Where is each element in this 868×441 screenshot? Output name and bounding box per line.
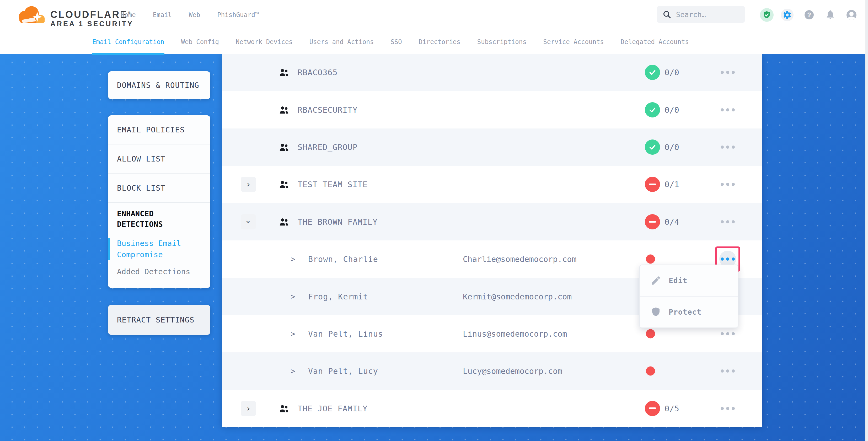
protection-count: 0/0: [664, 105, 679, 115]
tab-sso[interactable]: SSO: [391, 30, 402, 54]
search-input[interactable]: [676, 10, 740, 19]
context-menu-item-edit[interactable]: Edit: [640, 265, 738, 296]
expand-button[interactable]: ›: [241, 177, 256, 192]
row-name[interactable]: THE JOE FAMILY: [298, 404, 368, 413]
alert-dot: [646, 329, 655, 338]
row-email: Kermit@somedemocorp.com: [463, 292, 572, 301]
row-menu-button[interactable]: [719, 176, 736, 193]
row-menu-button[interactable]: [719, 139, 736, 155]
tab-users-and-actions[interactable]: Users and Actions: [309, 30, 374, 54]
group-icon: [278, 179, 289, 190]
protection-status-badge: [645, 177, 660, 192]
top-nav-item[interactable]: Home: [121, 11, 136, 19]
row-name[interactable]: RBACO365: [298, 68, 338, 77]
table-row: > Van Pelt, Lucy Lucy@somedemocorp.com: [222, 352, 762, 389]
expand-button[interactable]: ›: [241, 401, 256, 416]
member-chevron-icon: >: [291, 367, 295, 375]
row-name[interactable]: Van Pelt, Lucy: [308, 367, 378, 376]
expand-button[interactable]: ›: [241, 214, 256, 229]
row-name[interactable]: THE BROWN FAMILY: [298, 217, 378, 226]
sidebar-section-title: ENHANCED DETECTIONS: [117, 209, 202, 229]
sidebar-item-allow-list[interactable]: ALLOW LIST: [108, 145, 210, 174]
protection-status-badge: [645, 102, 660, 118]
top-nav-item[interactable]: Web: [189, 11, 200, 19]
cloudflare-cloud-icon: [15, 4, 47, 26]
tab-delegated-accounts[interactable]: Delegated Accounts: [621, 30, 689, 54]
tab-subscriptions[interactable]: Subscriptions: [477, 30, 527, 54]
row-context-menu: Edit Protect: [639, 264, 739, 328]
table-row: › TEST TEAM SITE 0/1: [222, 166, 762, 203]
protection-count: 0/5: [664, 404, 679, 413]
row-email: Linus@somedemocorp.com: [463, 329, 567, 338]
row-menu-button[interactable]: [719, 101, 736, 118]
group-icon: [278, 141, 289, 153]
row-name[interactable]: SHARED_GROUP: [298, 143, 358, 152]
sidebar-item-label: RETRACT SETTINGS: [117, 315, 194, 324]
row-email: Charlie@somedemocorp.com: [463, 255, 577, 264]
protection-count: 0/1: [664, 180, 679, 189]
tab-email-configuration[interactable]: Email Configuration: [92, 30, 164, 54]
top-nav-item[interactable]: Email: [153, 11, 172, 19]
pencil-icon: [650, 275, 661, 286]
sidebar-item-label: BLOCK LIST: [117, 184, 165, 192]
sidebar-item-domains-routing[interactable]: DOMAINS & ROUTING: [108, 71, 210, 99]
help-icon: ?: [805, 10, 814, 20]
group-icon: [278, 67, 289, 78]
row-name[interactable]: Frog, Kermit: [308, 292, 368, 301]
sidebar-item-business-email-compromise[interactable]: Business Email Compromise: [108, 238, 196, 260]
shield-status-icon: [760, 8, 774, 22]
row-menu-button[interactable]: [719, 213, 736, 230]
context-menu-item-protect[interactable]: Protect: [640, 296, 738, 327]
shield-status-button[interactable]: [760, 0, 774, 30]
settings-gear-icon: [781, 9, 794, 21]
row-name[interactable]: Van Pelt, Linus: [308, 329, 383, 338]
section-tab-bar: Email ConfigurationWeb ConfigNetwork Dev…: [0, 30, 868, 54]
protection-status-badge: [645, 214, 660, 229]
table-row: RBACSECURITY 0/0: [222, 91, 762, 128]
protection-status-badge: [645, 139, 660, 155]
protection-count: 0/0: [664, 143, 679, 152]
row-menu-button[interactable]: [719, 64, 736, 81]
row-name[interactable]: RBACSECURITY: [298, 105, 358, 114]
table-row: › THE JOE FAMILY 0/5: [222, 390, 762, 427]
help-button[interactable]: ?: [805, 0, 814, 30]
member-chevron-icon: >: [291, 329, 295, 338]
search-icon: [662, 10, 671, 19]
account-button[interactable]: [846, 0, 857, 30]
context-menu-label: Protect: [669, 308, 702, 316]
sidebar-item-email-policies[interactable]: EMAIL POLICIES: [108, 115, 210, 145]
notifications-button[interactable]: [825, 0, 835, 30]
context-menu-label: Edit: [669, 276, 687, 285]
group-icon: [278, 216, 289, 227]
row-name[interactable]: TEST TEAM SITE: [298, 180, 368, 189]
protection-status-badge: [645, 401, 660, 416]
notifications-bell-icon: [825, 9, 835, 21]
table-row: SHARED_GROUP 0/0: [222, 128, 762, 166]
row-menu-button[interactable]: [719, 363, 736, 379]
sidebar-section-enhanced-detections: ENHANCED DETECTIONS Business Email Compr…: [108, 203, 210, 276]
cloudflare-logo[interactable]: CLOUDFLARE® AREA 1 SECURITY: [15, 4, 133, 28]
search-bar[interactable]: [657, 6, 745, 23]
group-icon: [278, 403, 289, 414]
scrollbar[interactable]: [865, 0, 868, 441]
tab-service-accounts[interactable]: Service Accounts: [544, 30, 604, 54]
tab-network-devices[interactable]: Network Devices: [236, 30, 293, 54]
protection-count: 0/4: [664, 217, 679, 226]
tab-directories[interactable]: Directories: [419, 30, 461, 54]
protection-count: 0/0: [664, 68, 679, 77]
sidebar-item-block-list[interactable]: BLOCK LIST: [108, 174, 210, 203]
sidebar-item-added-detections[interactable]: Added Detections: [117, 267, 202, 276]
top-nav-item[interactable]: PhishGuard™: [217, 11, 259, 19]
table-row: › THE BROWN FAMILY 0/4: [222, 203, 762, 241]
protection-status-badge: [645, 65, 660, 80]
row-menu-button[interactable]: [719, 400, 736, 417]
sidebar-item-label: EMAIL POLICIES: [117, 125, 185, 134]
table-row: RBACO365 0/0: [222, 54, 762, 91]
settings-button[interactable]: [781, 0, 794, 30]
row-name[interactable]: Brown, Charlie: [308, 255, 378, 264]
sidebar-item-label: DOMAINS & ROUTING: [117, 81, 199, 90]
content-area: DOMAINS & ROUTING EMAIL POLICIESALLOW LI…: [0, 54, 868, 441]
groups-table: RBACO365 0/0 RBACSECURITY 0/0: [222, 54, 762, 426]
tab-web-config[interactable]: Web Config: [181, 30, 219, 54]
sidebar-item-retract-settings[interactable]: RETRACT SETTINGS: [108, 305, 210, 335]
